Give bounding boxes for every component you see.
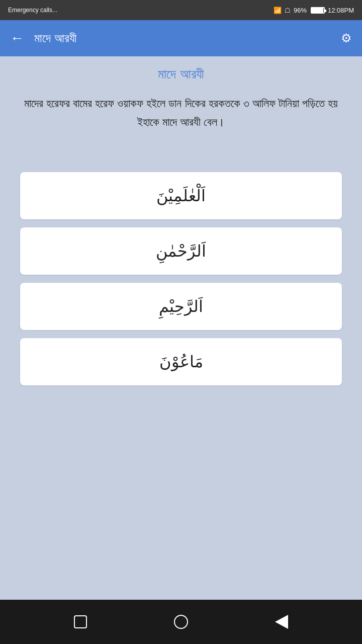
status-icons: 📶 ☖ 96% 12:08PM: [274, 7, 354, 14]
status-bar: Emergency calls... 📶 ☖ 96% 12:08PM: [0, 0, 362, 20]
emergency-text: Emergency calls...: [8, 7, 57, 14]
signal-icon: ☖: [285, 7, 291, 14]
time: 12:08PM: [328, 7, 354, 14]
nav-home-button[interactable]: [168, 609, 194, 634]
nav-square-button[interactable]: [68, 609, 93, 634]
main-content: মাদে আরযী মাদের হরেফর বামের হরেফ ওয়াকফ …: [0, 56, 362, 600]
option-button-1[interactable]: اَلْعٰلَمِيْنَ: [20, 172, 342, 219]
option-button-3[interactable]: اَلرَّحِيْمِ: [20, 283, 342, 330]
option-button-2[interactable]: اَلرَّحْمٰنِ: [20, 227, 342, 275]
circle-icon: [174, 615, 188, 629]
battery-percent: 96%: [294, 7, 307, 14]
settings-button[interactable]: ⚙: [341, 31, 352, 45]
wifi-icon: 📶: [274, 7, 282, 14]
option-button-4[interactable]: مَاعُوْنَ: [20, 338, 342, 385]
page-title: মাদে আরযী: [158, 66, 204, 82]
triangle-icon: [275, 615, 288, 629]
description-text: মাদের হরেফর বামের হরেফ ওয়াকফ হইলে ডান দ…: [20, 94, 342, 132]
bottom-nav: [0, 600, 362, 644]
back-button[interactable]: ←: [10, 30, 24, 46]
options-container: اَلْعٰلَمِيْنَ اَلرَّحْمٰنِ اَلرَّحِيْمِ…: [20, 172, 342, 385]
nav-back-button[interactable]: [269, 609, 294, 634]
square-icon: [74, 615, 87, 628]
app-bar-title: মাদে আরযী: [34, 31, 341, 45]
app-bar: ← মাদে আরযী ⚙: [0, 20, 362, 56]
battery-icon: [311, 7, 325, 14]
